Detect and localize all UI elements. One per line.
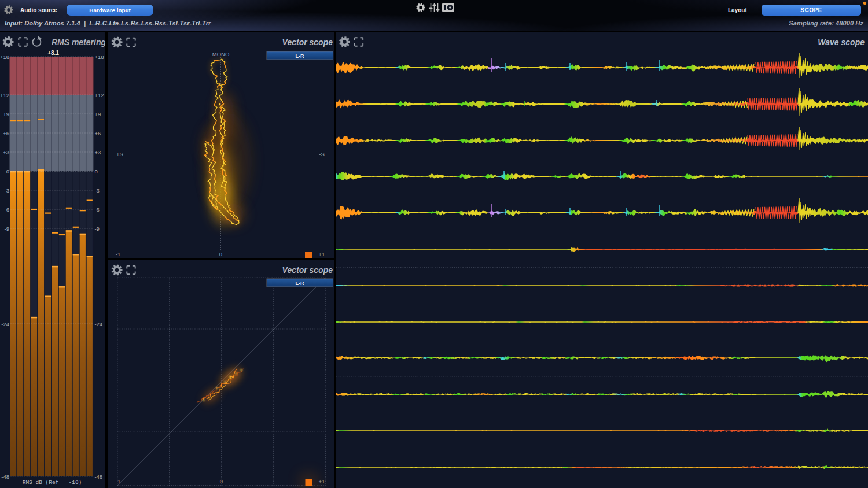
svg-text:+6: +6 [3, 130, 9, 136]
svg-text:-S: -S [319, 151, 325, 157]
svg-text:RMS metering: RMS metering [52, 38, 105, 47]
svg-text:Wave scope: Wave scope [818, 38, 865, 47]
svg-text:0: 0 [219, 251, 222, 257]
svg-text:-24: -24 [94, 321, 102, 327]
svg-text:+18: +18 [0, 54, 9, 60]
svg-text:L-R: L-R [296, 280, 304, 286]
svg-text:-3: -3 [5, 187, 9, 194]
svg-text:0: 0 [220, 478, 223, 485]
svg-text:-9: -9 [5, 225, 9, 232]
svg-text:-1: -1 [116, 478, 120, 485]
svg-text:Vector scope: Vector scope [282, 38, 333, 47]
svg-text:+1: +1 [319, 251, 325, 257]
svg-text:+3: +3 [3, 149, 9, 156]
svg-text:Vector scope: Vector scope [282, 265, 333, 275]
svg-text:+12: +12 [0, 92, 9, 98]
svg-text:+18: +18 [94, 54, 104, 60]
svg-text:0: 0 [6, 168, 9, 175]
svg-text:+8.1: +8.1 [47, 50, 59, 56]
svg-text:0: 0 [94, 168, 97, 175]
svg-text:+1: +1 [319, 478, 325, 485]
svg-text:MONO: MONO [212, 51, 230, 57]
svg-text:-6: -6 [94, 206, 99, 213]
svg-text:-6: -6 [5, 206, 9, 213]
svg-text:-24: -24 [1, 321, 9, 327]
svg-text:-9: -9 [94, 225, 99, 232]
svg-text:+12: +12 [94, 92, 104, 98]
svg-text:+9: +9 [3, 111, 9, 117]
svg-text:L-R: L-R [296, 53, 304, 59]
svg-text:-48: -48 [1, 474, 9, 480]
svg-text:-3: -3 [94, 187, 99, 194]
svg-text:-1: -1 [116, 251, 120, 257]
svg-text:+S: +S [116, 151, 123, 157]
svg-text:+9: +9 [94, 111, 101, 117]
svg-text:-48: -48 [94, 474, 102, 480]
svg-text:RMS dB (Ref = -18): RMS dB (Ref = -18) [23, 479, 82, 486]
svg-text:+6: +6 [94, 130, 101, 136]
svg-text:+3: +3 [94, 149, 101, 156]
